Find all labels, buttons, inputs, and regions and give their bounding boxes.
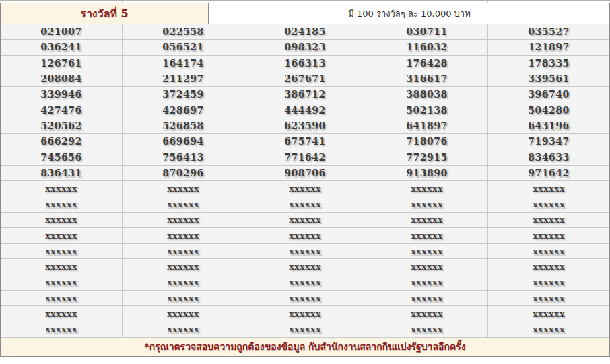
placeholder-number-cell: xxxxxx [123,306,244,321]
prize-tier-description: มี 100 รางวัลๆ ละ 10,000 บาท [209,3,609,24]
placeholder-number-cell: xxxxxx [1,181,122,196]
winning-number-cell: 745656 [1,149,122,164]
winning-number-cell: 771642 [244,149,366,164]
winning-number-cell: 316617 [366,71,487,86]
placeholder-number-cell: xxxxxx [123,244,244,258]
winning-number-cell: 035527 [488,24,609,39]
winning-number-cell: 386712 [244,87,366,102]
placeholder-number-cell: xxxxxx [123,275,244,290]
placeholder-number-cell: xxxxxx [488,306,609,321]
verification-disclaimer: *กรุณาตรวจสอบความถูกต้องของข้อมูล กับสำน… [1,338,609,356]
winning-number-cell: 372459 [123,87,244,102]
placeholder-number-cell: xxxxxx [488,228,609,243]
winning-number-cell: 520562 [1,118,122,133]
winning-number-cell: 623590 [244,118,366,133]
placeholder-number-cell: xxxxxx [488,291,609,305]
placeholder-number-cell: xxxxxx [1,306,122,321]
prize-table-header: รางวัลที่ 5 มี 100 รางวัลๆ ละ 10,000 บาท [1,3,609,24]
winning-number-cell: 718076 [366,134,487,149]
winning-number-cell: 098323 [244,40,366,54]
winning-number-cell: 908706 [244,166,366,180]
placeholder-number-cell: xxxxxx [488,181,609,196]
winning-number-cell: 116032 [366,40,487,54]
winning-number-cell: 913890 [366,166,487,180]
placeholder-number-cell: xxxxxx [244,228,366,243]
placeholder-number-cell: xxxxxx [366,306,487,321]
winning-number-cell: 036241 [1,40,122,54]
prize-tier-title: รางวัลที่ 5 [1,3,209,24]
placeholder-number-cell: xxxxxx [366,228,487,243]
winning-number-cell: 427476 [1,102,122,117]
winning-number-cell: 836431 [1,166,122,180]
winning-number-cell: 126761 [1,56,122,71]
placeholder-number-cell: xxxxxx [366,181,487,196]
winning-number-cell: 339561 [488,71,609,86]
winning-number-cell: 756413 [123,149,244,164]
winning-number-cell: 267671 [244,71,366,86]
winning-number-cell: 444492 [244,102,366,117]
placeholder-number-cell: xxxxxx [1,244,122,258]
winning-number-cell: 164174 [123,56,244,71]
winning-number-cell: 339946 [1,87,122,102]
placeholder-number-cell: xxxxxx [1,275,122,290]
placeholder-number-cell: xxxxxx [123,181,244,196]
winning-number-cell: 121897 [488,40,609,54]
winning-number-cell: 643196 [488,118,609,133]
placeholder-number-cell: xxxxxx [366,244,487,258]
placeholder-number-cell: xxxxxx [244,291,366,305]
placeholder-number-cell: xxxxxx [366,213,487,227]
placeholder-number-cell: xxxxxx [366,291,487,305]
placeholder-number-cell: xxxxxx [488,244,609,258]
placeholder-number-cell: xxxxxx [244,196,366,211]
winning-number-cell: 022558 [123,24,244,39]
placeholder-number-cell: xxxxxx [366,275,487,290]
winning-number-cell: 030711 [366,24,487,39]
winning-number-cell: 178335 [488,56,609,71]
placeholder-number-cell: xxxxxx [244,213,366,227]
placeholder-number-cell: xxxxxx [123,213,244,227]
placeholder-number-cell: xxxxxx [488,196,609,211]
placeholder-number-cell: xxxxxx [488,259,609,274]
winning-numbers-grid: 0210070225580241850307110355270362410565… [1,24,609,338]
placeholder-number-cell: xxxxxx [123,259,244,274]
winning-number-cell: 502138 [366,102,487,117]
placeholder-number-cell: xxxxxx [244,275,366,290]
placeholder-number-cell: xxxxxx [1,196,122,211]
placeholder-number-cell: xxxxxx [1,213,122,227]
winning-number-cell: 021007 [1,24,122,39]
winning-number-cell: 024185 [244,24,366,39]
winning-number-cell: 176428 [366,56,487,71]
placeholder-number-cell: xxxxxx [244,322,366,337]
placeholder-number-cell: xxxxxx [123,196,244,211]
winning-number-cell: 669694 [123,134,244,149]
placeholder-number-cell: xxxxxx [123,322,244,337]
placeholder-number-cell: xxxxxx [244,306,366,321]
placeholder-number-cell: xxxxxx [1,259,122,274]
winning-number-cell: 208084 [1,71,122,86]
placeholder-number-cell: xxxxxx [244,181,366,196]
placeholder-number-cell: xxxxxx [123,291,244,305]
winning-number-cell: 388038 [366,87,487,102]
placeholder-number-cell: xxxxxx [488,275,609,290]
placeholder-number-cell: xxxxxx [488,322,609,337]
placeholder-number-cell: xxxxxx [1,291,122,305]
winning-number-cell: 641897 [366,118,487,133]
placeholder-number-cell: xxxxxx [123,228,244,243]
winning-number-cell: 056521 [123,40,244,54]
placeholder-number-cell: xxxxxx [1,228,122,243]
winning-number-cell: 772915 [366,149,487,164]
placeholder-number-cell: xxxxxx [366,322,487,337]
winning-number-cell: 526858 [123,118,244,133]
winning-number-cell: 428697 [123,102,244,117]
winning-number-cell: 971642 [488,166,609,180]
winning-number-cell: 666292 [1,134,122,149]
winning-number-cell: 834633 [488,149,609,164]
winning-number-cell: 504280 [488,102,609,117]
winning-number-cell: 211297 [123,71,244,86]
placeholder-number-cell: xxxxxx [244,259,366,274]
winning-number-cell: 870296 [123,166,244,180]
placeholder-number-cell: xxxxxx [488,213,609,227]
placeholder-number-cell: xxxxxx [1,322,122,337]
winning-number-cell: 396740 [488,87,609,102]
winning-number-cell: 166313 [244,56,366,71]
